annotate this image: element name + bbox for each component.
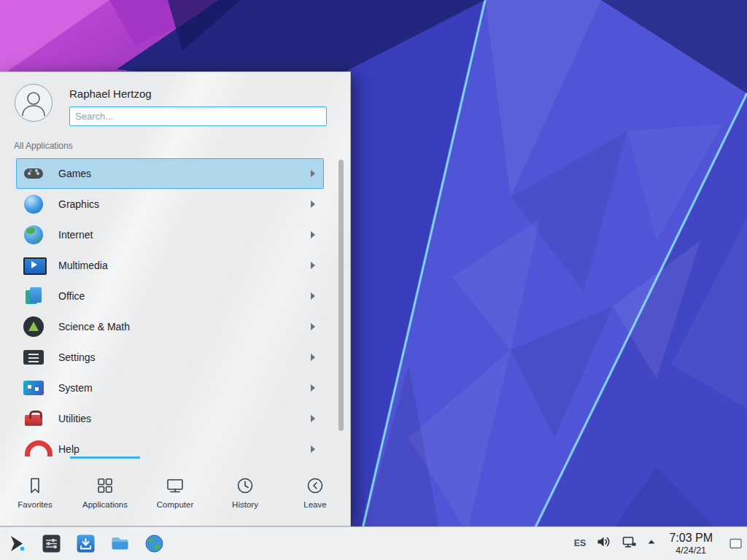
category-office[interactable]: Office xyxy=(16,281,324,311)
keyboard-layout-indicator[interactable]: ES xyxy=(574,538,587,548)
application-launcher-menu: Raphael Hertzog All Applications Games G… xyxy=(0,71,351,526)
digital-clock[interactable]: 7:03 PM 4/24/21 xyxy=(666,532,716,556)
category-label: Settings xyxy=(58,351,96,363)
tray-expander-caret-icon[interactable] xyxy=(646,537,657,550)
network-icon[interactable] xyxy=(621,534,637,553)
category-internet[interactable]: Internet xyxy=(16,219,324,250)
science-flask-icon xyxy=(22,315,45,338)
search-input[interactable] xyxy=(69,106,327,126)
list-scrollbar[interactable] xyxy=(338,160,344,431)
launcher-tab-bar: Favorites Applications xyxy=(0,456,350,526)
gamepad-icon xyxy=(22,162,45,185)
tab-favorites[interactable]: Favorites xyxy=(0,459,70,526)
tab-computer[interactable]: Computer xyxy=(140,459,210,526)
bookmark-icon xyxy=(26,476,44,495)
tab-label: History xyxy=(232,500,258,509)
system-tray: ES 7:03 PM 4/24/21 xyxy=(574,532,747,556)
category-utilities[interactable]: Utilities xyxy=(16,403,324,434)
tab-label: Favorites xyxy=(18,500,52,509)
sliders-app-icon[interactable] xyxy=(41,533,62,554)
globe-icon xyxy=(22,223,45,246)
category-system[interactable]: System xyxy=(16,373,324,403)
leave-icon xyxy=(306,476,325,495)
chevron-right-icon xyxy=(311,231,315,238)
folder-app-icon[interactable] xyxy=(109,533,131,554)
taskbar-launchers xyxy=(0,533,165,554)
clock-time: 7:03 PM xyxy=(669,532,713,545)
grid-icon xyxy=(96,476,115,495)
category-label: Utilities xyxy=(58,413,91,424)
documents-icon xyxy=(22,284,45,308)
category-label: Help xyxy=(58,443,80,455)
show-desktop-icon[interactable] xyxy=(728,535,743,551)
chevron-right-icon xyxy=(311,354,315,361)
clock-icon xyxy=(236,476,255,495)
settings-monitor-icon xyxy=(22,346,45,369)
chevron-right-icon xyxy=(311,292,315,300)
computer-icon xyxy=(166,476,185,495)
category-help[interactable]: Help xyxy=(16,434,324,456)
chevron-right-icon xyxy=(311,201,315,208)
image-ball-icon xyxy=(22,192,45,216)
category-multimedia[interactable]: Multimedia xyxy=(16,250,324,281)
clock-date: 4/24/21 xyxy=(669,545,713,556)
category-settings[interactable]: Settings xyxy=(16,342,324,373)
app-launcher-icon[interactable] xyxy=(7,533,28,554)
user-name: Raphael Hertzog xyxy=(69,88,327,100)
tab-history[interactable]: History xyxy=(210,459,280,526)
volume-icon[interactable] xyxy=(595,534,611,553)
tab-applications[interactable]: Applications xyxy=(70,459,140,526)
category-science-math[interactable]: Science & Math xyxy=(16,311,324,342)
media-player-icon xyxy=(22,254,45,277)
globe-app-icon[interactable] xyxy=(144,533,165,554)
category-label: System xyxy=(58,382,93,394)
chevron-right-icon xyxy=(311,170,315,177)
chevron-right-icon xyxy=(311,415,315,422)
active-tab-indicator xyxy=(70,456,140,459)
category-label: Graphics xyxy=(58,198,99,210)
chevron-right-icon xyxy=(311,262,315,269)
category-list: Games Graphics Internet Multimedia Offic… xyxy=(0,155,350,456)
toolbox-icon xyxy=(22,407,45,430)
help-lifering-icon xyxy=(22,438,45,456)
category-graphics[interactable]: Graphics xyxy=(16,189,324,219)
section-label: All Applications xyxy=(0,138,350,155)
category-label: Office xyxy=(58,290,85,302)
category-games[interactable]: Games xyxy=(16,158,324,189)
system-monitor-icon xyxy=(22,376,45,400)
tab-label: Applications xyxy=(82,500,128,509)
chevron-right-icon xyxy=(311,384,315,392)
chevron-right-icon xyxy=(311,323,315,330)
category-label: Science & Math xyxy=(58,321,130,332)
taskbar-panel: ES 7:03 PM 4/24/21 xyxy=(0,526,747,560)
launcher-header: Raphael Hertzog xyxy=(0,72,350,138)
tab-label: Computer xyxy=(157,500,194,509)
category-label: Internet xyxy=(58,229,93,241)
category-label: Multimedia xyxy=(58,260,108,271)
blue-app-icon[interactable] xyxy=(75,533,96,554)
category-label: Games xyxy=(58,168,91,179)
tab-label: Leave xyxy=(303,500,326,509)
user-avatar[interactable] xyxy=(15,84,53,122)
tab-leave[interactable]: Leave xyxy=(280,459,350,526)
chevron-right-icon xyxy=(311,446,315,453)
